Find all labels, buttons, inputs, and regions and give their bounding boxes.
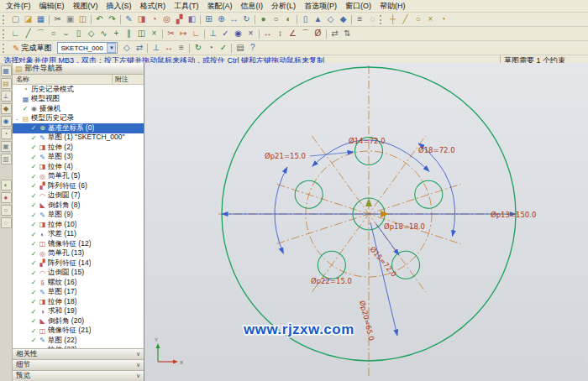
tree-item-model-views[interactable]: ▦模型视图 <box>13 95 144 105</box>
convert-to-reference-button[interactable]: ⇄ <box>328 28 341 39</box>
continuous-auto-dimension-button[interactable]: ↔ <box>162 42 175 54</box>
panel-preview[interactable]: 预览 ∨ <box>13 370 144 381</box>
undo-button[interactable]: ↶ <box>93 13 106 25</box>
isometric-view-button[interactable]: ◇ <box>324 13 337 25</box>
linear-dimension-button[interactable]: ↕ <box>274 28 286 39</box>
fit-view-button[interactable]: ⊞ <box>202 13 215 25</box>
tree-checkmark-icon[interactable]: ✓ <box>30 298 37 305</box>
tree-checkmark-icon[interactable]: ✓ <box>30 221 37 228</box>
new-button[interactable]: ▢ <box>9 13 22 25</box>
make-corner-tool[interactable]: ∟ <box>190 28 202 39</box>
copy-button[interactable]: ▣ <box>64 13 76 25</box>
tree-checkmark-icon[interactable]: ✓ <box>30 134 37 142</box>
studio-spline-tool[interactable]: ∿ <box>97 28 110 39</box>
snap-quadrant-button[interactable]: ◔ <box>437 13 449 25</box>
arc-tool[interactable]: ⌒ <box>34 28 47 39</box>
tree-checkmark-icon[interactable]: ✓ <box>30 124 37 132</box>
menu-help[interactable]: 帮助(H) <box>375 1 410 12</box>
pan-button[interactable]: ↔ <box>228 13 240 25</box>
display-sketch-constraints-button[interactable]: ⊥ <box>150 42 162 54</box>
help-button[interactable]: ? <box>246 42 259 54</box>
line-tool[interactable]: ╱ <box>22 28 34 39</box>
tree-checkmark-icon[interactable]: ✓ <box>30 259 37 267</box>
sketch-name-combo[interactable]: SKETCH_000 ▼ <box>57 42 118 54</box>
menu-edit[interactable]: 编辑(E) <box>35 1 69 12</box>
update-model-button[interactable]: ↻ <box>192 42 204 54</box>
dim-text-bolt-circle-top[interactable]: Ø14=72.0 <box>349 137 386 145</box>
tree-checkmark-icon[interactable]: ✓ <box>30 163 37 170</box>
alternate-solution-button[interactable]: ⇅ <box>341 28 354 39</box>
sketch-button[interactable]: ✎ <box>123 13 135 25</box>
point-tool[interactable]: + <box>110 28 123 39</box>
menu-analysis[interactable]: 分析(L) <box>267 1 300 12</box>
tree-checkmark-icon[interactable]: ✓ <box>30 337 37 344</box>
paste-button[interactable]: ◫ <box>76 13 89 25</box>
reattach-sketch-button[interactable]: ⇄ <box>133 42 145 54</box>
graphics-window[interactable]: Øp21=15.0 Ø14=72.0 Ø18=72.0 Øp13=150.0 Ø… <box>144 63 588 381</box>
mirror-curve-tool[interactable]: ◫ <box>135 28 148 39</box>
rotate-view-button[interactable]: ↻ <box>240 13 253 25</box>
menu-information[interactable]: 信息(I) <box>237 1 268 12</box>
angular-dimension-button[interactable]: ∠ <box>286 28 299 39</box>
dim-text-center-hole[interactable]: Øp18=18.0 <box>384 222 425 231</box>
process-studio-icon[interactable]: ▣ <box>1 141 12 152</box>
toolbar-grip[interactable] <box>3 44 7 53</box>
geometric-constraints-button[interactable]: ⊥ <box>207 28 219 39</box>
dim-line-bottom[interactable] <box>370 222 397 336</box>
tree-expander[interactable]: - <box>14 116 20 122</box>
panel-details[interactable]: 细节 ∨ <box>13 359 144 370</box>
tree-item-history-mode[interactable]: ◔历史记录模式 <box>13 85 144 95</box>
shell-button[interactable]: ◧ <box>186 13 198 25</box>
tree-checkmark-icon[interactable]: ✓ <box>30 250 37 258</box>
hole-button[interactable]: ◎ <box>160 13 173 25</box>
front-view-button[interactable]: ▯ <box>299 13 312 25</box>
tree-checkmark-icon[interactable]: ✓ <box>30 279 37 286</box>
tree-item-sketch-22[interactable]: ✓✎草图 (22) <box>13 336 144 346</box>
materials-icon[interactable]: ◐ <box>1 180 12 190</box>
sketch-canvas[interactable]: Øp21=15.0 Ø14=72.0 Ø18=72.0 Øp13=150.0 Ø… <box>144 63 588 381</box>
diameter-dimension-button[interactable]: Ø <box>312 28 324 39</box>
redo-button[interactable]: ↷ <box>106 13 118 25</box>
sketch-relations-button[interactable]: ≡ <box>175 42 187 54</box>
system-scenes-icon[interactable]: ○ <box>1 205 12 216</box>
rapid-dimension-button[interactable]: ↔ <box>261 28 274 39</box>
tree-checkmark-icon[interactable]: ✓ <box>30 192 37 200</box>
quick-extend-tool[interactable]: ↦ <box>177 28 190 39</box>
tree-checkmark-icon[interactable]: ✓ <box>30 211 37 219</box>
tree-checkmark-icon[interactable]: ✓ <box>30 144 37 151</box>
tree-item-hole-5[interactable]: ✓◎简单孔 (5) <box>13 172 144 182</box>
tree-item-sketch-1[interactable]: ✓✎草图 (1) "SKETCH_000" <box>13 133 144 144</box>
reuse-library-icon[interactable]: ◆ <box>1 103 12 114</box>
combo-dropdown-icon[interactable]: ▼ <box>107 43 116 53</box>
tree-checkmark-icon[interactable]: ✓ <box>30 182 37 190</box>
tree-checkmark-icon[interactable]: ✓ <box>30 240 37 248</box>
snap-endpoint-button[interactable]: ┼ <box>386 13 399 25</box>
zoom-button[interactable]: ⊕ <box>215 13 228 25</box>
finish-sketch-button[interactable]: ✎ 完成草图 <box>9 42 55 54</box>
menu-view[interactable]: 视图(V) <box>69 1 102 12</box>
menu-assemblies[interactable]: 装配(A) <box>203 1 237 12</box>
studio-render-button[interactable]: ◐ <box>282 13 295 25</box>
menu-insert[interactable]: 插入(S) <box>102 1 136 12</box>
menu-tools[interactable]: 工具(T) <box>170 1 203 12</box>
tree-checkmark-icon[interactable]: ✓ <box>30 308 37 316</box>
roles-icon[interactable]: ● <box>1 192 12 203</box>
panel-dependencies[interactable]: 相关性 ∨ <box>13 348 144 359</box>
tree-checkmark-icon[interactable]: ✓ <box>30 327 37 335</box>
tree-item-extrude-2[interactable]: ✓◨拉伸 (2) <box>13 143 144 153</box>
menu-window[interactable]: 窗口(O) <box>341 1 375 12</box>
navigator-title-bar[interactable]: ▤ 部件导航器 <box>13 63 144 75</box>
dim-text-bolt-circle-right[interactable]: Ø18=72.0 <box>418 146 455 154</box>
rectangle-tool[interactable]: ▯ <box>72 28 85 39</box>
tree-item-sketch-17[interactable]: ✓✎草图 (17) <box>13 288 144 298</box>
circle-tool[interactable]: ○ <box>47 28 60 39</box>
shaded-view-button[interactable]: ● <box>257 13 270 25</box>
tree-item-sketch-9[interactable]: ✓✎草图 (9) <box>13 211 144 221</box>
orient-to-sketch-button[interactable]: ◇ <box>120 42 133 54</box>
intersection-point-tool[interactable]: × <box>148 28 160 39</box>
show-constraints-button[interactable]: ◉ <box>232 28 244 39</box>
toolbar-grip[interactable] <box>380 15 384 24</box>
tree-item-model-history[interactable]: -▤模型历史记录 <box>13 114 144 124</box>
tree-item-chamfer-8[interactable]: ✓◣倒斜角 (8) <box>13 201 144 211</box>
offset-curve-tool[interactable]: ∥ <box>123 28 135 39</box>
